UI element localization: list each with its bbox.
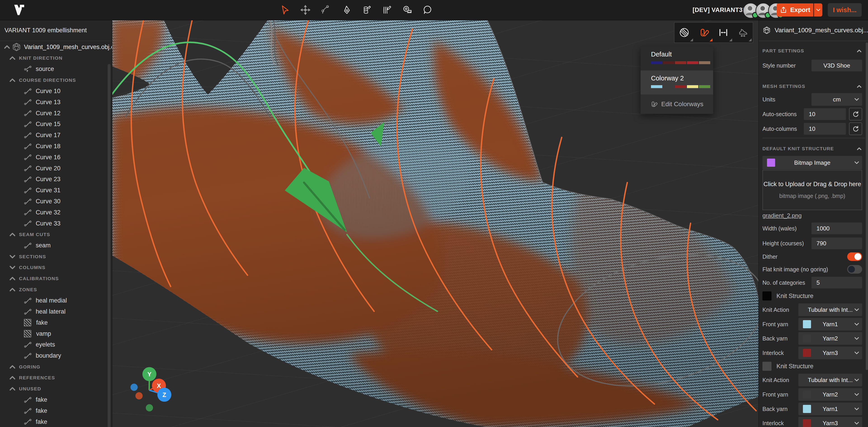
tree-item-fake[interactable]: fake <box>0 416 108 427</box>
feedback-wish-button[interactable]: I wish... <box>828 3 862 17</box>
back-yarn-select-1[interactable]: Yarn2 <box>798 332 862 345</box>
curve-icon <box>24 419 32 425</box>
tree-item-fake[interactable]: fake <box>0 394 108 405</box>
tree-item-seam[interactable]: seam <box>0 240 108 251</box>
knit-draw-tool[interactable] <box>361 5 372 15</box>
tree-item-curve[interactable]: Curve 20 <box>0 163 108 174</box>
auto-columns-input[interactable]: 10 <box>804 123 846 135</box>
tree-item-curve[interactable]: Curve 23 <box>0 174 108 185</box>
curve-icon <box>24 242 32 249</box>
style-number-label: Style number <box>763 62 796 69</box>
yarn-color-swatch <box>803 334 811 342</box>
tree-section-sections[interactable]: SECTIONS <box>0 251 108 262</box>
categories-label: No. of categories <box>763 280 805 286</box>
tree-item-curve[interactable]: Curve 16 <box>0 152 108 163</box>
yarn-ball-tool[interactable] <box>675 23 694 42</box>
auto-columns-refresh-button[interactable] <box>849 123 862 135</box>
tree-item-curve[interactable]: Curve 10 <box>0 86 108 97</box>
tree-item-heal-lateral[interactable]: heal lateral <box>0 306 108 317</box>
categories-input[interactable]: 5 <box>811 277 862 289</box>
colorway-option-default[interactable]: Default <box>641 46 713 70</box>
width-measure-tool[interactable] <box>714 23 733 42</box>
tree-item-fake[interactable]: fake <box>0 317 108 328</box>
tree-section-seam-cuts[interactable]: SEAM CUTS <box>0 229 108 240</box>
axis-gizmo[interactable]: Y X Z <box>125 348 180 416</box>
tree-item-curve[interactable]: Curve 30 <box>0 196 108 207</box>
tree-item-curve[interactable]: Curve 33 <box>0 218 108 229</box>
gizmo-neg-z-axis[interactable] <box>130 384 138 391</box>
comment-tool[interactable] <box>422 5 433 15</box>
front-yarn-label: Front yarn <box>763 391 788 398</box>
export-options-button[interactable] <box>814 3 822 17</box>
panel-scrollbar[interactable] <box>866 42 868 370</box>
knit-structure-2[interactable]: Knit Structure <box>763 361 813 372</box>
width-wales-input[interactable]: 1000 <box>811 223 862 234</box>
move-tool[interactable] <box>300 5 311 15</box>
interlock-select-1[interactable]: Yarn3 <box>798 347 862 359</box>
tree-section-course-directions[interactable]: COURSE DIRECTIONS <box>0 74 108 86</box>
tree-section-knit-direction[interactable]: KNIT DIRECTION <box>0 53 108 64</box>
tree-item-eyelets[interactable]: eyelets <box>0 339 108 351</box>
pen-tool[interactable] <box>341 5 351 15</box>
knit-source-select[interactable]: Bitmap Image <box>763 156 862 169</box>
tree-section-unused[interactable]: UNUSED <box>0 384 108 394</box>
tree-item-curve[interactable]: Curve 15 <box>0 119 108 130</box>
tree-item-curve[interactable]: Curve 18 <box>0 141 108 152</box>
front-yarn-select-2[interactable]: Yarn2 <box>798 388 862 401</box>
curve-edit-tool[interactable] <box>320 5 331 15</box>
tree-item-fake[interactable]: fake <box>0 405 108 416</box>
gizmo-neg-y-axis[interactable] <box>146 404 153 412</box>
knit-action-select-1[interactable]: Tubular with Int... <box>798 303 862 316</box>
knit-structure-1[interactable]: Knit Structure <box>763 291 813 301</box>
part-settings-header[interactable]: PART SETTINGS <box>763 45 862 57</box>
gizmo-neg-x-axis[interactable] <box>135 392 143 399</box>
front-yarn-select-1[interactable]: Yarn1 <box>798 318 862 331</box>
colorways-tool[interactable] <box>694 23 714 42</box>
bitmap-upload-dropzone[interactable]: Click to Upload or Drag & Drop here bitm… <box>763 170 862 210</box>
tree-item-curve[interactable]: Curve 12 <box>0 108 108 119</box>
tree-item-vamp[interactable]: vamp <box>0 328 108 339</box>
tree-item-curve[interactable]: Curve 31 <box>0 185 108 196</box>
units-select[interactable]: cm <box>811 93 862 106</box>
knit-action-select-2[interactable]: Tubular with Int... <box>798 374 862 386</box>
knit-structure-2-swatch <box>763 362 772 371</box>
tree-section-zones[interactable]: ZONES <box>0 284 108 295</box>
select-cursor-tool[interactable] <box>280 5 290 15</box>
height-courses-input[interactable]: 790 <box>811 237 862 249</box>
tree-item-heal-medial[interactable]: heal medial <box>0 295 108 306</box>
tree-section-references[interactable]: REFERENCES <box>0 372 108 384</box>
shoe-direction-tool[interactable] <box>733 23 753 42</box>
tree-item-curve[interactable]: Curve 13 <box>0 97 108 108</box>
auto-sections-input[interactable]: 10 <box>804 108 846 120</box>
default-knit-structure-header[interactable]: DEFAULT KNIT STRUCTURE <box>763 143 862 155</box>
export-button[interactable]: Export <box>777 3 813 17</box>
back-yarn-select-2[interactable]: Yarn1 <box>798 403 862 415</box>
chevron-down-icon <box>855 393 859 396</box>
mesh-settings-header[interactable]: MESH SETTINGS <box>763 80 862 92</box>
curve-icon <box>24 176 32 183</box>
tree-item-curve[interactable]: Curve 32 <box>0 207 108 218</box>
tree-item-curve[interactable]: Curve 17 <box>0 130 108 141</box>
tree-section-calibrations[interactable]: CALIBRATIONS <box>0 273 108 284</box>
auto-sections-refresh-button[interactable] <box>849 108 862 121</box>
tree-root-mesh[interactable]: Variant_1009_mesh_curves.obj.obj <box>0 41 108 53</box>
tree-item-source[interactable]: source <box>0 64 108 75</box>
tree-section-goring[interactable]: GORING <box>0 361 108 372</box>
tree-section-columns[interactable]: COLUMNS <box>0 262 108 273</box>
style-number-input[interactable]: V3D Shoe <box>811 60 862 71</box>
uploaded-file-link[interactable]: gradient_2.png <box>763 212 802 219</box>
flat-knit-toggle[interactable] <box>847 265 862 273</box>
back-yarn-label: Back yarn <box>763 335 787 342</box>
measure-tape-tool[interactable] <box>402 5 412 15</box>
main-toolbar <box>280 0 433 20</box>
variant3d-logo-icon[interactable] <box>14 4 24 15</box>
edit-colorways-button[interactable]: Edit Colorways <box>641 94 713 114</box>
curve-icon <box>24 353 32 359</box>
columns-draw-tool[interactable] <box>381 5 392 15</box>
sidebar-scrollbar[interactable] <box>107 64 111 427</box>
interlock-select-2[interactable]: Yarn3 <box>798 417 862 427</box>
dither-toggle[interactable] <box>847 252 862 261</box>
colorway-option-colorway-2[interactable]: Colorway 2 <box>641 70 713 94</box>
tree-item-boundary[interactable]: boundary <box>0 350 108 361</box>
viewport-3d[interactable]: Default Colorway 2 Edit Colorways Y X Z <box>112 20 758 427</box>
